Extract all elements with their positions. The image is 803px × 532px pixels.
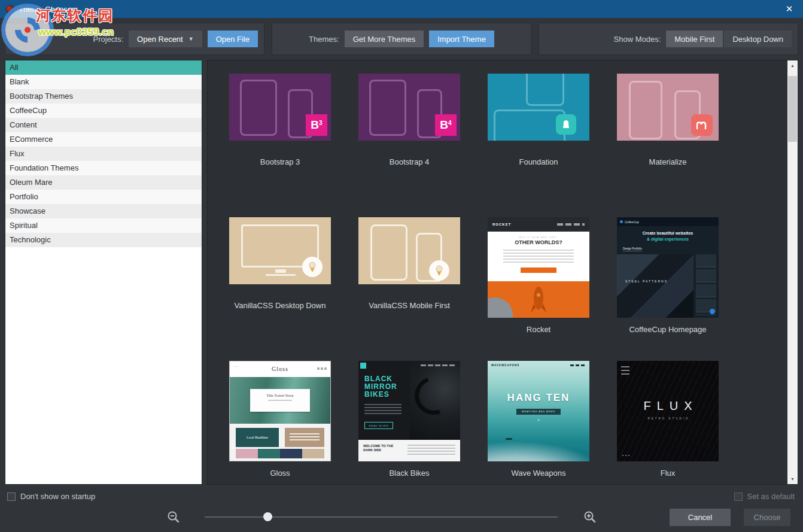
scroll-up-arrow-icon[interactable]: ▲	[787, 60, 798, 71]
projects-group: Projects: Open Recent ▼ Open File	[5, 23, 264, 55]
sidebar-item-content[interactable]: Content	[5, 118, 202, 132]
zoom-slider-track[interactable]	[205, 516, 558, 518]
phone-outline-icon	[629, 81, 662, 139]
ice-cream-icon	[302, 257, 323, 277]
coffeecup-homepage-thumbnail[interactable]: CoffeeCup Create beautiful websites & di…	[617, 217, 719, 318]
theme-card-black-bikes[interactable]: BLACK MIRROR BIKES READ MORE WELCOME TO …	[345, 361, 474, 485]
themes-group: Themes: Get More Themes Import Theme	[272, 23, 531, 55]
sidebar-item-technologic[interactable]: Technologic	[5, 233, 202, 247]
gloss-brand: Gloss	[230, 366, 330, 372]
mini-card-title: This Travel Story	[250, 393, 310, 397]
mini-heading: HANG TEN	[488, 392, 589, 404]
theme-card-materialize[interactable]: Materialize	[603, 74, 732, 217]
mini-read-more-button: READ MORE	[364, 422, 393, 429]
sidebar-item-oleum-mare[interactable]: Oleum Mare	[5, 175, 202, 190]
category-sidebar: All Blank Bootstrap Themes CoffeeCup Con…	[5, 60, 202, 485]
mini-pagination-dots	[622, 455, 631, 456]
dont-show-checkbox[interactable]	[7, 493, 16, 501]
theme-name: Wave Weapons	[511, 469, 565, 478]
set-default-checkbox[interactable]	[734, 493, 743, 501]
theme-card-flux[interactable]: FLUX RETRO STUDIO Flux	[603, 361, 732, 485]
theme-name: Flux	[661, 469, 676, 478]
coffeecup-logo-icon	[620, 220, 623, 223]
mini-card-line	[268, 400, 292, 401]
open-recent-dropdown[interactable]: Open Recent ▼	[129, 31, 202, 47]
bootstrap-4-logo-icon: B4	[435, 114, 457, 136]
sidebar-item-foundation-themes[interactable]: Foundation Themes	[5, 161, 202, 175]
cancel-button[interactable]: Cancel	[670, 509, 731, 526]
chevron-down-icon: ⌄	[488, 416, 589, 422]
choose-button[interactable]: Choose	[744, 509, 790, 526]
theme-name: VanillaCSS Mobile First	[369, 301, 450, 310]
sidebar-item-spiritual[interactable]: Spiritual	[5, 218, 202, 233]
theme-card-wave-weapons[interactable]: WAVEWEAPONS HANG TEN WEAPONS AND ARMS ⌄ …	[474, 361, 603, 485]
tablet-outline-icon	[240, 80, 277, 136]
theme-card-vanillacss-mobile-first[interactable]: VanillaCSS Mobile First	[345, 217, 474, 361]
bootstrap-3-thumbnail[interactable]: B3	[229, 74, 331, 141]
surfer-icon	[506, 438, 512, 440]
theme-card-coffeecup-homepage[interactable]: CoffeeCup Create beautiful websites & di…	[603, 217, 732, 361]
sidebar-item-flux[interactable]: Flux	[5, 147, 202, 161]
zoom-in-icon[interactable]	[583, 510, 597, 524]
handlebar-icon	[408, 370, 459, 421]
mobile-first-button[interactable]: Mobile First	[666, 31, 723, 47]
foundation-thumbnail[interactable]	[488, 74, 589, 141]
theme-card-vanillacss-desktop-down[interactable]: VanillaCSS Desktop Down	[215, 217, 345, 361]
vanillacss-mobile-thumbnail[interactable]	[358, 217, 460, 284]
rocket-thumbnail[interactable]: ROCKET BUY IT NOW AND VISIT OTHER WORLDS…	[488, 217, 589, 318]
mini-heading-line2: & digital experiences	[617, 237, 719, 241]
sidebar-item-coffeecup[interactable]: CoffeeCup	[5, 104, 202, 118]
mini-tile-title: Local Headlines	[236, 428, 279, 447]
mini-text-lines	[290, 433, 320, 440]
black-bikes-thumbnail[interactable]: BLACK MIRROR BIKES READ MORE WELCOME TO …	[358, 361, 460, 461]
desktop-down-button[interactable]: Desktop Down	[724, 31, 792, 47]
bootstrap-4-thumbnail[interactable]: B4	[358, 74, 460, 141]
theme-card-bootstrap-3[interactable]: B3 Bootstrap 3	[215, 74, 345, 217]
theme-card-gloss[interactable]: … Gloss This Travel Story Local Headline…	[215, 361, 345, 485]
open-file-button[interactable]: Open File	[208, 31, 258, 47]
sidebar-item-all[interactable]: All	[5, 60, 202, 75]
close-icon: ✕	[786, 4, 793, 14]
gloss-thumbnail[interactable]: … Gloss This Travel Story Local Headline…	[229, 361, 331, 461]
handlebar-photo	[410, 361, 460, 440]
vanillacss-desktop-thumbnail[interactable]	[229, 217, 331, 284]
close-button[interactable]: ✕	[775, 0, 803, 18]
show-modes-segment: Mobile First Desktop Down	[666, 31, 792, 47]
theme-card-bootstrap-4[interactable]: B4 Bootstrap 4	[345, 74, 474, 217]
scrollbar-thumb[interactable]	[788, 76, 797, 142]
mini-photo-caption: STEEL PATTERNS	[625, 279, 668, 283]
planet-icon	[488, 297, 513, 318]
sidebar-item-showcase[interactable]: Showcase	[5, 204, 202, 218]
get-more-themes-button[interactable]: Get More Themes	[345, 31, 424, 47]
flux-thumbnail[interactable]: FLUX RETRO STUDIO	[617, 361, 719, 461]
materialize-thumbnail[interactable]	[617, 74, 719, 141]
set-as-default-option[interactable]: Set as default	[734, 492, 795, 501]
theme-name: Foundation	[519, 157, 558, 166]
theme-card-foundation[interactable]: Foundation	[474, 74, 603, 217]
vertical-scrollbar[interactable]: ▲ ▼	[787, 60, 798, 484]
dont-show-on-startup-option[interactable]: Don't show on startup	[7, 492, 95, 501]
rocket-hero-section	[488, 281, 589, 318]
window-title: Theme Chooser	[19, 5, 74, 14]
chevron-down-icon: ▼	[188, 36, 194, 42]
sidebar-item-bootstrap-themes[interactable]: Bootstrap Themes	[5, 89, 202, 104]
theme-card-rocket[interactable]: ROCKET BUY IT NOW AND VISIT OTHER WORLDS…	[474, 217, 603, 361]
mini-photo-area: STEEL PATTERNS	[617, 254, 694, 318]
show-modes-group: Show Modes: Mobile First Desktop Down	[539, 23, 798, 55]
scroll-down-arrow-icon[interactable]: ▼	[787, 474, 798, 484]
import-theme-button[interactable]: Import Theme	[429, 31, 494, 47]
zoom-slider-handle[interactable]	[263, 512, 272, 521]
wave-weapons-thumbnail[interactable]: WAVEWEAPONS HANG TEN WEAPONS AND ARMS ⌄	[488, 361, 589, 461]
mini-text-lines	[407, 445, 455, 455]
theme-name: Materialize	[649, 157, 687, 166]
sidebar-item-portfolio[interactable]: Portfolio	[5, 190, 202, 204]
mini-paragraph-lines	[503, 250, 574, 263]
mini-heading-line1: Create beautiful websites	[617, 231, 719, 235]
theme-name: Black Bikes	[389, 469, 429, 478]
projects-label: Projects:	[93, 35, 124, 44]
mini-link: Design Portfolio	[623, 247, 642, 251]
sidebar-item-ecommerce[interactable]: ECommerce	[5, 132, 202, 147]
mini-menu-lines	[621, 366, 629, 376]
zoom-out-icon[interactable]	[167, 510, 180, 524]
sidebar-item-blank[interactable]: Blank	[5, 75, 202, 89]
